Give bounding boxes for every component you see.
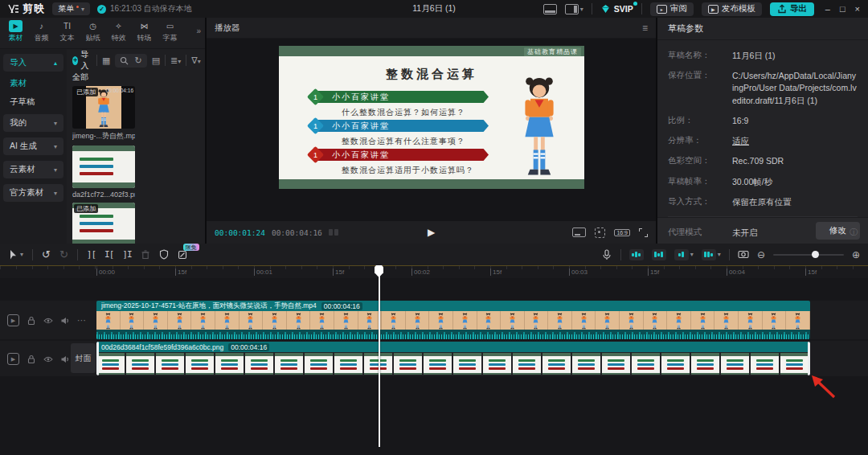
info-icon[interactable]: ⓘ: [850, 227, 858, 238]
autosave-text: 16:21:03 自动保存本地: [110, 3, 192, 14]
window-close-button[interactable]: ×: [855, 4, 860, 14]
fullscreen-icon[interactable]: [639, 228, 648, 237]
window-minimize-button[interactable]: –: [825, 4, 830, 14]
total-duration: 00:00:04:16: [272, 228, 322, 237]
track-type-icon[interactable]: ▶: [7, 353, 19, 365]
undo-icon[interactable]: ↺: [42, 248, 51, 260]
tab-sticker[interactable]: ◷贴纸: [80, 20, 105, 43]
clip-trim-handle-left[interactable]: [96, 342, 99, 375]
delete-icon[interactable]: [141, 249, 150, 260]
tab-audio[interactable]: ♪音频: [29, 20, 54, 43]
track-lock-icon[interactable]: [26, 315, 36, 326]
freeze-frame-button[interactable]: 限免: [178, 250, 187, 260]
cursor-icon: [8, 249, 18, 260]
ruler-tick-label: 00:04: [727, 268, 745, 276]
cover-button[interactable]: 封面: [71, 343, 96, 373]
resolution-link[interactable]: 适应: [732, 135, 749, 147]
menu-button[interactable]: 菜单 ▾: [52, 2, 90, 15]
media-panel: ▶素材 ♪音频 TI文本 ◷贴纸 ✧特效 ⋈转场 ▭字幕 » 导入▴ 素材 子草…: [0, 18, 205, 244]
slide-question-3: 整数混合运算适用于小数运算吗？: [342, 165, 474, 176]
sidebar-item-ai-generate[interactable]: AI 生成▾: [3, 137, 63, 155]
preview-quality-icon[interactable]: [572, 228, 586, 237]
slide-banner-1: 1 小小百家讲堂: [309, 91, 480, 103]
slide-header-strip: [72, 146, 135, 151]
image-thumbnail[interactable]: 已添加: [72, 203, 135, 244]
aspect-ratio-button[interactable]: 16:9: [614, 229, 630, 236]
divider: [620, 249, 621, 260]
image-thumbnail[interactable]: [72, 146, 135, 188]
trim-left-icon[interactable]: I[: [104, 249, 113, 260]
filter-icon[interactable]: ∇▾: [191, 55, 200, 66]
divider: [729, 249, 730, 260]
split-clip-icon[interactable]: ][: [87, 249, 96, 260]
sidebar-item-mine[interactable]: 我的▾: [3, 114, 63, 132]
tab-transitions[interactable]: ⋈转场: [132, 20, 157, 43]
layout-switch-button[interactable]: ▾: [565, 4, 583, 14]
view-mode-icon[interactable]: ▤: [152, 55, 160, 66]
filmstrip-frame: [751, 353, 779, 375]
linkage-toggle-icon[interactable]: [652, 249, 666, 260]
preview-axis-toggle[interactable]: ▾: [674, 249, 694, 260]
sidebar-item-official[interactable]: 官方素材▾: [3, 184, 63, 202]
track-height-toggle[interactable]: ▾: [702, 249, 721, 260]
track-visibility-icon[interactable]: [43, 315, 53, 326]
sidebar-item-material[interactable]: 素材: [3, 77, 63, 90]
review-button[interactable]: ▸ 审阅: [650, 2, 694, 16]
material-library-grid-icon[interactable]: ▦: [102, 55, 110, 66]
image-clip[interactable]: 00d26d3684f1cf58fe59fd396a6c0bc.png 00:0…: [96, 342, 810, 375]
divider: [592, 3, 592, 14]
playhead[interactable]: [379, 265, 380, 447]
trim-right-icon[interactable]: ]I: [122, 249, 131, 260]
video-clip-filmstrip: [96, 311, 810, 330]
track-lock-icon[interactable]: [26, 354, 36, 364]
search-box[interactable]: ↻: [115, 54, 146, 68]
tab-effects[interactable]: ✧特效: [106, 20, 131, 43]
track-more-icon[interactable]: ⋯: [76, 315, 87, 326]
import-media-button[interactable]: +导入: [72, 49, 92, 72]
media-item-image-1[interactable]: da2f1cf72...402f3.png: [72, 146, 135, 199]
export-button[interactable]: 导出: [770, 2, 814, 16]
redo-icon[interactable]: ↻: [59, 248, 68, 260]
layout-bottom-panel-icon[interactable]: [543, 4, 557, 14]
snap-toggle-icon[interactable]: [629, 249, 644, 260]
sidebar-import-group[interactable]: 导入▴: [3, 54, 63, 72]
track-mute-icon[interactable]: [59, 315, 70, 326]
preview-mode-icon[interactable]: [738, 250, 749, 259]
svip-button[interactable]: SVIP: [600, 4, 633, 14]
player-menu-icon[interactable]: ≡: [642, 23, 648, 34]
sidebar-item-subdraft[interactable]: 子草稿: [3, 96, 63, 109]
timeline-ruler[interactable]: 00:00 15f 00:01 15f 00:02 15f 00:03 15f …: [0, 265, 868, 278]
media-item-name: da2f1cf72...402f3.png: [72, 191, 135, 199]
record-voiceover-icon[interactable]: [601, 249, 612, 260]
sort-icon[interactable]: ≣▾: [170, 55, 181, 66]
sidebar-item-cloud[interactable]: 云素材▾: [3, 161, 63, 178]
publish-template-button[interactable]: ▶ 发布模板: [702, 2, 762, 16]
clip-trim-handle-right[interactable]: [808, 342, 810, 375]
zoom-out-icon[interactable]: ⊖: [757, 249, 765, 260]
zoom-in-icon[interactable]: ⊕: [852, 249, 860, 260]
mask-icon[interactable]: [159, 249, 169, 260]
zoom-slider-knob[interactable]: [812, 251, 819, 258]
preview-viewport[interactable]: 基础教育精品课 整数混合运算 1 小小百家讲堂 什么整数混合运算？如何运算？ 1…: [207, 39, 656, 221]
tabs-overflow-icon[interactable]: »: [196, 20, 203, 35]
tab-captions[interactable]: ▭字幕: [158, 20, 182, 43]
track-visibility-icon[interactable]: [43, 354, 53, 364]
play-button[interactable]: ▶: [428, 227, 435, 238]
fit-adapt-icon[interactable]: [595, 228, 605, 238]
filmstrip-frame: [436, 313, 445, 330]
video-thumbnail[interactable]: 已添加 00:00:04:16: [72, 86, 135, 129]
timeline-zoom-slider[interactable]: [773, 254, 844, 256]
filmstrip-frame: [342, 313, 350, 330]
media-item-image-2[interactable]: 已添加 00d26d368...6c0bc.png: [72, 203, 135, 244]
video-clip[interactable]: jimeng-2025-10-17-4571-站在原地，面对镜头微笑说话，手势自…: [96, 301, 810, 339]
track-mute-icon[interactable]: [59, 354, 70, 364]
param-label: 分辨率：: [668, 135, 732, 147]
media-item-video[interactable]: 已添加 00:00:04:16 jimeng-...势自然.mp4: [72, 86, 135, 141]
select-tool-button[interactable]: ▾: [8, 249, 23, 260]
filmstrip-frame: [199, 313, 207, 330]
track-type-icon[interactable]: ▶: [7, 314, 19, 326]
refresh-icon[interactable]: ↻: [134, 55, 141, 66]
tab-text[interactable]: TI文本: [55, 20, 80, 43]
tab-media[interactable]: ▶素材: [3, 20, 28, 43]
window-maximize-button[interactable]: □: [840, 4, 845, 14]
